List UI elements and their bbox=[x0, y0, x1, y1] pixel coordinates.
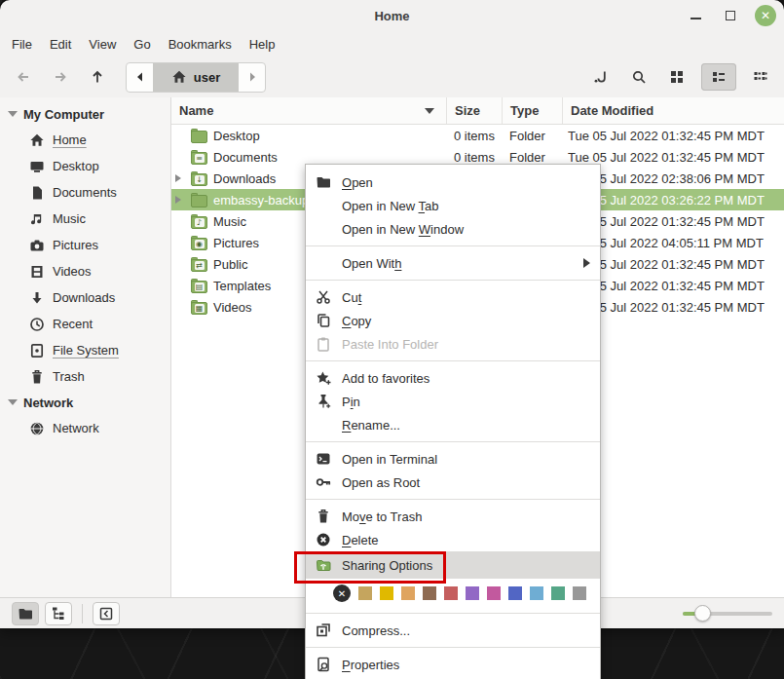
sidebar-item-downloads[interactable]: Downloads bbox=[0, 284, 170, 311]
menu-item-sharing-options[interactable]: Sharing Options bbox=[306, 551, 600, 579]
column-header-size[interactable]: Size bbox=[446, 97, 502, 124]
sidebar-item-label: File System bbox=[53, 343, 119, 358]
icon-view-button[interactable] bbox=[663, 63, 691, 91]
menu-item-open-with[interactable]: Open With bbox=[306, 251, 600, 275]
menu-item-open-in-new-window[interactable]: Open in New Window bbox=[306, 217, 600, 241]
list-view-button[interactable] bbox=[701, 63, 736, 91]
menubar-item-bookmarks[interactable]: Bookmarks bbox=[168, 37, 232, 52]
file-name: Desktop bbox=[213, 129, 260, 143]
zoom-slider-thumb[interactable] bbox=[694, 605, 711, 622]
breadcrumb-next-button[interactable] bbox=[239, 63, 265, 92]
folder-icon: ▦ bbox=[191, 300, 207, 315]
sidebar-item-trash[interactable]: Trash bbox=[0, 363, 170, 390]
sidebar-item-desktop[interactable]: Desktop bbox=[0, 153, 170, 179]
sidebar-item-videos[interactable]: Videos bbox=[0, 258, 170, 284]
column-header-date-modified[interactable]: Date Modified bbox=[562, 97, 784, 124]
color-swatch[interactable] bbox=[487, 586, 501, 600]
menu-item-open[interactable]: Open bbox=[306, 170, 600, 194]
breadcrumb-prev-button[interactable] bbox=[127, 63, 153, 92]
menubar-item-go[interactable]: Go bbox=[133, 37, 150, 52]
file-row-desktop[interactable]: Desktop0 itemsFolderTue 05 Jul 2022 01:3… bbox=[171, 125, 784, 146]
color-swatch[interactable] bbox=[380, 586, 393, 600]
window-title: Home bbox=[0, 0, 784, 31]
sidebar-item-music[interactable]: Music bbox=[0, 206, 170, 232]
search-button[interactable] bbox=[625, 63, 653, 91]
expander-icon[interactable] bbox=[175, 174, 185, 182]
menubar-item-edit[interactable]: Edit bbox=[50, 37, 71, 52]
menu-item-properties[interactable]: Properties bbox=[306, 653, 600, 676]
treeview-sidebar-toggle-button[interactable] bbox=[45, 602, 72, 625]
sidebar-item-home[interactable]: Home bbox=[0, 127, 170, 153]
sidebar-item-recent[interactable]: Recent bbox=[0, 311, 170, 337]
sidebar-item-pictures[interactable]: Pictures bbox=[0, 232, 170, 258]
up-icon bbox=[90, 69, 105, 85]
color-swatch[interactable] bbox=[530, 586, 543, 600]
globe-icon bbox=[29, 421, 45, 436]
menu-item-compress[interactable]: Compress... bbox=[306, 619, 600, 642]
back-button[interactable] bbox=[10, 63, 37, 91]
color-swatch[interactable] bbox=[573, 586, 586, 600]
delete-icon bbox=[316, 532, 335, 547]
sidebar-item-network[interactable]: Network bbox=[0, 415, 170, 441]
file-name-cell: ≡Documents bbox=[171, 150, 446, 165]
color-swatch[interactable] bbox=[508, 586, 522, 600]
menu-item-label: Properties bbox=[342, 658, 399, 672]
color-swatch[interactable] bbox=[444, 586, 458, 600]
menu-item-delete[interactable]: Delete bbox=[306, 528, 600, 551]
menu-item-open-as-root[interactable]: Open as Root bbox=[306, 471, 600, 494]
sidebar-item-label: Recent bbox=[53, 317, 93, 331]
color-swatch[interactable] bbox=[423, 586, 436, 600]
camera-icon bbox=[29, 238, 45, 253]
menu-item-copy[interactable]: Copy bbox=[306, 309, 600, 332]
document-icon bbox=[29, 185, 45, 201]
maximize-button[interactable] bbox=[720, 5, 741, 26]
menu-item-open-in-new-tab[interactable]: Open in New Tab bbox=[306, 194, 600, 217]
color-swatch[interactable] bbox=[551, 586, 565, 600]
file-type: Folder bbox=[502, 150, 562, 165]
file-name: embassy-backup bbox=[213, 193, 309, 207]
sidebar-section-my-computer[interactable]: My Computer bbox=[0, 101, 170, 127]
menu-item-label: Move to Trash bbox=[342, 509, 422, 524]
close-icon: ✕ bbox=[761, 9, 770, 22]
breadcrumb-user-button[interactable]: user bbox=[153, 63, 239, 92]
terminal-icon bbox=[316, 451, 335, 467]
color-swatch[interactable] bbox=[358, 586, 372, 600]
home-icon bbox=[171, 69, 187, 85]
expander-icon[interactable] bbox=[175, 196, 185, 204]
desktop-icon bbox=[29, 159, 45, 174]
places-sidebar-toggle-button[interactable] bbox=[12, 602, 39, 625]
sidebar-section-network[interactable]: Network bbox=[0, 390, 170, 415]
trash-icon bbox=[29, 369, 45, 385]
minimize-icon bbox=[691, 18, 701, 19]
sidebar-item-file-system[interactable]: File System bbox=[0, 337, 170, 363]
color-swatch[interactable] bbox=[401, 586, 415, 600]
menubar-item-view[interactable]: View bbox=[89, 37, 116, 52]
column-header-name[interactable]: Name bbox=[171, 97, 446, 124]
forward-button[interactable] bbox=[47, 63, 74, 91]
titlebar[interactable]: Home ✕ bbox=[0, 0, 784, 31]
menu-item-cut[interactable]: Cut bbox=[306, 285, 600, 309]
breadcrumb: user bbox=[126, 62, 266, 93]
menu-item-rename[interactable]: Rename... bbox=[306, 413, 600, 436]
folder-icon: ◉ bbox=[191, 236, 207, 250]
menu-item-pin[interactable]: Pin bbox=[306, 390, 600, 413]
menu-separator bbox=[306, 441, 600, 442]
clear-color-button[interactable]: ✕ bbox=[333, 585, 351, 602]
menu-item-move-to-trash[interactable]: Move to Trash bbox=[306, 505, 600, 528]
folder-icon: ↓ bbox=[191, 171, 207, 186]
minimize-button[interactable] bbox=[685, 5, 706, 26]
hide-sidebar-button[interactable] bbox=[93, 602, 120, 625]
zoom-slider[interactable] bbox=[683, 606, 772, 622]
menubar-item-help[interactable]: Help bbox=[249, 37, 276, 52]
edit-location-button[interactable] bbox=[587, 63, 615, 91]
pin-plus-icon bbox=[316, 394, 335, 409]
sidebar-item-documents[interactable]: Documents bbox=[0, 179, 170, 206]
up-button[interactable] bbox=[84, 63, 111, 91]
close-button[interactable]: ✕ bbox=[755, 5, 776, 26]
menu-item-open-in-terminal[interactable]: Open in Terminal bbox=[306, 447, 600, 471]
color-swatch[interactable] bbox=[466, 586, 479, 600]
menubar-item-file[interactable]: File bbox=[12, 37, 32, 52]
compact-view-button[interactable] bbox=[747, 63, 774, 91]
column-header-type[interactable]: Type bbox=[502, 97, 562, 124]
menu-item-add-to-favorites[interactable]: Add to favorites bbox=[306, 366, 600, 390]
